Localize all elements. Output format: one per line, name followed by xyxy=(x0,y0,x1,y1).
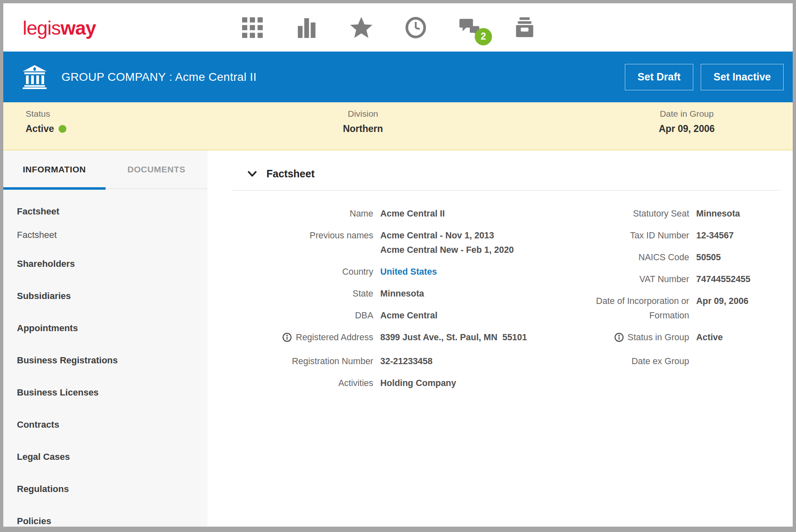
field-label: State xyxy=(207,287,373,301)
field-label: Date of Incorporation or Formation xyxy=(585,294,689,323)
field-row: ActivitiesHolding Company xyxy=(207,376,535,391)
field-label: Statutory Seat xyxy=(585,207,689,221)
sidebar-item-shareholders[interactable]: Shareholders xyxy=(17,259,207,269)
sidebar-item-factsheet[interactable]: Factsheet xyxy=(17,206,207,217)
division-value: Northern xyxy=(343,123,383,134)
field-row: Status in GroupActive xyxy=(585,330,793,347)
info-icon[interactable] xyxy=(614,332,624,347)
bar-chart-icon[interactable] xyxy=(296,16,318,39)
archive-icon[interactable] xyxy=(513,16,536,39)
status-label: Status xyxy=(26,109,66,119)
field-row: Previous namesAcme Central - Nov 1, 2013… xyxy=(207,228,535,257)
field-row: StateMinnesota xyxy=(207,287,535,301)
field-value: 74744552455 xyxy=(696,272,793,287)
status-field: Status Active xyxy=(26,102,66,134)
field-label: Date ex Group xyxy=(585,354,689,369)
app-header: legisway xyxy=(3,3,793,52)
field-value: 32-21233458 xyxy=(380,354,535,369)
set-inactive-button[interactable]: Set Inactive xyxy=(701,64,784,90)
section-divider xyxy=(232,190,780,191)
field-label: Previous names xyxy=(207,228,373,243)
division-label: Division xyxy=(343,109,383,119)
field-value xyxy=(696,354,793,369)
logo-part1: legis xyxy=(23,16,61,38)
field-label: Activities xyxy=(207,376,373,391)
field-label: Status in Group xyxy=(585,330,689,347)
sidebar-item-business-licenses[interactable]: Business Licenses xyxy=(17,387,207,398)
chevron-down-icon xyxy=(247,168,258,179)
field-row: CountryUnited States xyxy=(207,265,535,279)
bank-icon xyxy=(23,65,47,89)
chat-badge: 2 xyxy=(475,28,492,45)
sidebar-item-legal-cases[interactable]: Legal Cases xyxy=(17,452,207,462)
info-icon[interactable] xyxy=(282,332,292,347)
field-row: Statutory SeatMinnesota xyxy=(585,207,793,221)
date-in-group-label: Date in Group xyxy=(659,109,715,119)
app-window: legisway xyxy=(0,0,796,532)
sidebar-tabs: INFORMATION DOCUMENTS xyxy=(3,151,207,189)
field-row: NAICS Code50505 xyxy=(585,250,793,265)
sidebar: INFORMATION DOCUMENTS FactsheetFactsheet… xyxy=(3,151,207,527)
entity-title-bar: GROUP COMPANY : Acme Central II Set Draf… xyxy=(3,52,793,102)
field-value: Active xyxy=(696,330,793,345)
field-value: 12-34567 xyxy=(696,228,793,243)
status-bar: Status Active Division Northern Date in … xyxy=(3,102,793,151)
factsheet-section-header[interactable]: Factsheet xyxy=(247,168,315,180)
field-value: Minnesota xyxy=(696,207,793,221)
field-label: DBA xyxy=(207,308,373,323)
field-row: Registration Number32-21233458 xyxy=(207,354,535,369)
sidebar-nav: FactsheetFactsheetShareholdersSubsidiari… xyxy=(3,189,207,527)
star-icon[interactable] xyxy=(350,16,372,39)
factsheet-section-title: Factsheet xyxy=(266,168,315,180)
factsheet-left-column: NameAcme Central IIPrevious namesAcme Ce… xyxy=(207,207,535,398)
field-row: Date of Incorporation or FormationApr 09… xyxy=(585,294,793,323)
field-value: Minnesota xyxy=(380,287,535,301)
field-label: Registration Number xyxy=(207,354,373,369)
field-label: Registered Address xyxy=(207,330,373,347)
field-row: Registered Address8399 Just Ave., St. Pa… xyxy=(207,330,535,347)
field-row: Tax ID Number12-34567 xyxy=(585,228,793,243)
tab-documents[interactable]: DOCUMENTS xyxy=(106,151,208,188)
sidebar-item-business-registrations[interactable]: Business Registrations xyxy=(17,355,207,366)
status-value-text: Active xyxy=(26,123,54,134)
sidebar-item-regulations[interactable]: Regulations xyxy=(17,484,207,494)
field-label: NAICS Code xyxy=(585,250,689,265)
chat-icon[interactable]: 2 xyxy=(459,16,481,39)
field-label: Country xyxy=(207,265,373,279)
field-value-link[interactable]: United States xyxy=(380,265,535,279)
logo-part2: way xyxy=(61,16,96,38)
sidebar-item-factsheet[interactable]: Factsheet xyxy=(17,230,207,240)
field-label: VAT Number xyxy=(585,272,689,287)
field-value: 50505 xyxy=(696,250,793,265)
apps-grid-icon[interactable] xyxy=(241,16,264,39)
field-value: 8399 Just Ave., St. Paul, MN 55101 xyxy=(380,330,535,345)
field-value: Acme Central - Nov 1, 2013Acme Central N… xyxy=(380,228,535,257)
main-content: Factsheet NameAcme Central IIPrevious na… xyxy=(207,151,793,527)
division-field: Division Northern xyxy=(343,102,383,134)
date-in-group-field: Date in Group Apr 09, 2006 xyxy=(659,102,715,134)
field-value: Acme Central xyxy=(380,308,535,323)
field-row: Date ex Group xyxy=(585,354,793,369)
tab-information[interactable]: INFORMATION xyxy=(3,151,106,188)
factsheet-right-column: Statutory SeatMinnesotaTax ID Number12-3… xyxy=(585,207,793,376)
field-label: Tax ID Number xyxy=(585,228,689,243)
field-row: NameAcme Central II xyxy=(207,207,535,221)
sidebar-item-subsidiaries[interactable]: Subsidiaries xyxy=(17,291,207,301)
set-draft-button[interactable]: Set Draft xyxy=(625,64,693,90)
sidebar-item-contracts[interactable]: Contracts xyxy=(17,419,207,430)
date-in-group-value: Apr 09, 2006 xyxy=(659,123,715,134)
field-label: Name xyxy=(207,207,373,221)
sidebar-item-appointments[interactable]: Appointments xyxy=(17,323,207,334)
status-active-dot xyxy=(59,125,66,133)
field-row: VAT Number74744552455 xyxy=(585,272,793,287)
page-title: GROUP COMPANY : Acme Central II xyxy=(61,71,257,84)
field-row: DBAAcme Central xyxy=(207,308,535,323)
field-value: Acme Central II xyxy=(380,207,535,221)
field-value: Apr 09, 2006 xyxy=(696,294,793,308)
legisway-logo: legisway xyxy=(23,16,96,39)
status-value: Active xyxy=(26,123,66,134)
sidebar-item-policies[interactable]: Policies xyxy=(17,516,207,527)
header-icon-bar: 2 xyxy=(241,16,536,39)
clock-icon[interactable] xyxy=(405,16,427,39)
field-value: Holding Company xyxy=(380,376,535,391)
